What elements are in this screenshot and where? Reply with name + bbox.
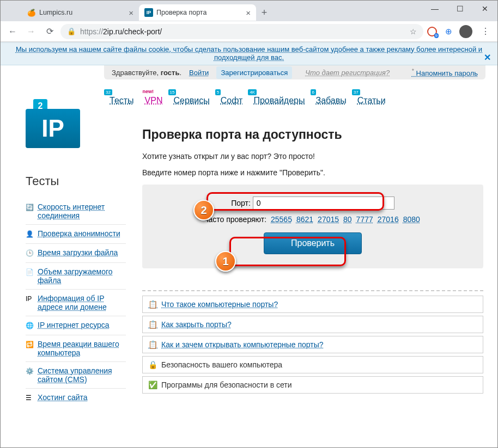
login-link[interactable]: Войти xyxy=(189,69,209,77)
tab-lumpics[interactable]: 🍊 Lumpics.ru × xyxy=(22,4,139,21)
forward-button[interactable]: → xyxy=(23,24,39,39)
nav-articles[interactable]: 37Статьи xyxy=(357,96,386,106)
main-content: Проверка порта на доступность Хотите узн… xyxy=(126,111,497,407)
sidebar-item[interactable]: 👤Проверка анонимности xyxy=(26,224,126,243)
annotation-step-1: 1 xyxy=(215,251,236,272)
close-icon[interactable]: × xyxy=(246,8,251,17)
browser-toolbar: ← → ⟳ 🔒 https://2ip.ru/check-port/ ☆ 9 ⊕… xyxy=(1,21,497,42)
sidebar-item-icon: 🔁 xyxy=(26,341,34,349)
note-icon: 📋 xyxy=(148,300,157,309)
faq-item: ✅Программы для безопасности в сети xyxy=(142,376,483,394)
nav-tests[interactable]: 32Тесты xyxy=(110,96,134,106)
faq-item: 🔒Безопасность вашего компьютера xyxy=(142,356,483,373)
close-button[interactable]: ✕ xyxy=(472,1,497,17)
favicon-2ip: IP xyxy=(144,8,153,17)
faq-text: Как закрыть порты? xyxy=(161,320,232,329)
remind-password-link[interactable]: * Напомнить пароль xyxy=(412,67,478,77)
page-title: Проверка порта на доступность xyxy=(142,127,483,142)
check-button[interactable]: Проверить xyxy=(264,232,362,254)
nav-fun[interactable]: 6Забавы xyxy=(316,96,347,106)
cookie-text-link[interactable]: Мы используем на нашем сайте файлы cooki… xyxy=(16,45,482,62)
user-header: Здравствуйте, гость. Войти Зарегистриров… xyxy=(104,65,485,79)
menu-button[interactable]: ⋮ xyxy=(478,24,493,39)
sidebar-item-link[interactable]: Время загрузки файла xyxy=(38,248,118,257)
sidebar-item-link[interactable]: Система управления сайтом (CMS) xyxy=(38,366,126,384)
register-link[interactable]: Зарегистрироваться xyxy=(216,66,292,79)
new-tab-button[interactable]: + xyxy=(256,4,272,21)
common-port-link[interactable]: 27016 xyxy=(378,215,399,224)
sidebar-item[interactable]: 🌐IP интернет ресурса xyxy=(26,316,126,335)
close-icon[interactable]: × xyxy=(129,8,133,17)
nav-soft[interactable]: 5Софт xyxy=(221,96,243,106)
note-icon: 📋 xyxy=(148,340,157,349)
sidebar-item-icon: 🕒 xyxy=(26,249,34,258)
sidebar-item[interactable]: ☰Хостинг сайта xyxy=(26,388,126,407)
intro-text-1: Хотите узнать открыт ли у вас порт? Это … xyxy=(142,152,483,161)
sidebar: 2 IP Тесты 🔄Скорость интернет соединения… xyxy=(1,111,126,407)
sidebar-item-icon: IP xyxy=(26,295,34,304)
faq-item[interactable]: 📋Как и зачем открывать компьютерные порт… xyxy=(142,336,483,353)
annotation-step-2: 2 xyxy=(193,200,214,220)
port-input[interactable] xyxy=(253,197,394,210)
address-bar[interactable]: 🔒 https://2ip.ru/check-port/ ☆ xyxy=(60,24,423,39)
sidebar-item[interactable]: ⚙️Система управления сайтом (CMS) xyxy=(26,361,126,388)
maximize-button[interactable]: ☐ xyxy=(447,1,472,17)
sidebar-item-icon: 🌐 xyxy=(26,322,34,330)
common-port-link[interactable]: 27015 xyxy=(318,215,339,224)
faq-list: 📋Что такое компьютерные порты?📋Как закры… xyxy=(142,290,483,394)
star-icon[interactable]: ☆ xyxy=(410,27,417,36)
common-port-link[interactable]: 8080 xyxy=(403,215,420,224)
sidebar-item[interactable]: IPИнформация об IP адресе или домене xyxy=(26,289,126,316)
cookie-banner: Мы используем на нашем сайте файлы cooki… xyxy=(1,42,497,65)
sidebar-title: Тесты xyxy=(26,174,126,188)
sidebar-item[interactable]: 📄Объем загружаемого файла xyxy=(26,262,126,289)
faq-text: Программы для безопасности в сети xyxy=(161,381,292,389)
sidebar-item[interactable]: 🕒Время загрузки файла xyxy=(26,243,126,262)
common-port-link[interactable]: 7777 xyxy=(356,215,373,224)
lock-icon: 🔒 xyxy=(148,360,157,369)
sidebar-item[interactable]: 🔁Время реакции вашего компьютера xyxy=(26,335,126,361)
what-reg-link[interactable]: Что дает регистрация? xyxy=(305,69,390,77)
sidebar-item[interactable]: 🔄Скорость интернет соединения xyxy=(26,198,126,224)
faq-item[interactable]: 📋Как закрыть порты? xyxy=(142,316,483,333)
favicon-lumpics: 🍊 xyxy=(27,8,36,17)
common-port-link[interactable]: 80 xyxy=(343,215,352,224)
sidebar-item-link[interactable]: Проверка анонимности xyxy=(38,229,120,238)
note-icon: 📋 xyxy=(148,320,157,329)
faq-item[interactable]: 📋Что такое компьютерные порты? xyxy=(142,296,483,313)
sidebar-item-icon: 👤 xyxy=(26,230,34,239)
sidebar-item-link[interactable]: Скорость интернет соединения xyxy=(38,202,126,220)
sidebar-item-link[interactable]: Информация об IP адресе или домене xyxy=(38,294,126,311)
sidebar-item-link[interactable]: Хостинг сайта xyxy=(38,393,88,402)
back-button[interactable]: ← xyxy=(5,24,20,39)
minimize-button[interactable]: — xyxy=(422,1,447,17)
globe-extension-icon[interactable]: ⊕ xyxy=(443,26,454,37)
tab-title: Lumpics.ru xyxy=(39,9,72,16)
tab-strip: 🍊 Lumpics.ru × IP Проверка порта × + xyxy=(22,4,272,21)
window-titlebar: 🍊 Lumpics.ru × IP Проверка порта × + — ☐… xyxy=(1,1,497,21)
port-label: Порт: xyxy=(231,199,251,207)
sidebar-item-link[interactable]: IP интернет ресурса xyxy=(38,321,110,329)
sidebar-item-icon: 📄 xyxy=(26,268,34,277)
cookie-close-icon[interactable]: ✕ xyxy=(484,52,491,63)
greeting-text: Здравствуйте, гость. xyxy=(112,69,181,77)
nav-services[interactable]: 15Сервисы xyxy=(174,96,210,106)
reload-button[interactable]: ⟳ xyxy=(42,24,57,39)
tab-2ip[interactable]: IP Проверка порта × xyxy=(139,4,256,21)
shield-icon: ✅ xyxy=(148,381,157,389)
nav-providers[interactable]: 4KПровайдеры xyxy=(253,96,305,106)
opera-extension-icon[interactable]: 9 xyxy=(427,26,438,37)
nav-vpn[interactable]: new!VPN xyxy=(145,96,163,106)
port-check-form: Порт: Часто проверяют: 25565862127015807… xyxy=(142,185,483,268)
site-logo[interactable]: 2 IP xyxy=(26,98,80,152)
sidebar-item-link[interactable]: Время реакции вашего компьютера xyxy=(38,340,126,357)
intro-text-2: Введите номер порта ниже и нажмите "Пров… xyxy=(142,168,483,177)
faq-text: Как и зачем открывать компьютерные порты… xyxy=(161,340,324,349)
common-port-link[interactable]: 25565 xyxy=(271,215,292,224)
tab-title: Проверка порта xyxy=(156,9,207,16)
sidebar-item-icon: 🔄 xyxy=(26,204,34,212)
profile-avatar[interactable] xyxy=(459,25,472,38)
sidebar-item-link[interactable]: Объем загружаемого файла xyxy=(38,267,126,285)
sidebar-item-icon: ⚙️ xyxy=(26,367,34,376)
common-port-link[interactable]: 8621 xyxy=(296,215,313,224)
